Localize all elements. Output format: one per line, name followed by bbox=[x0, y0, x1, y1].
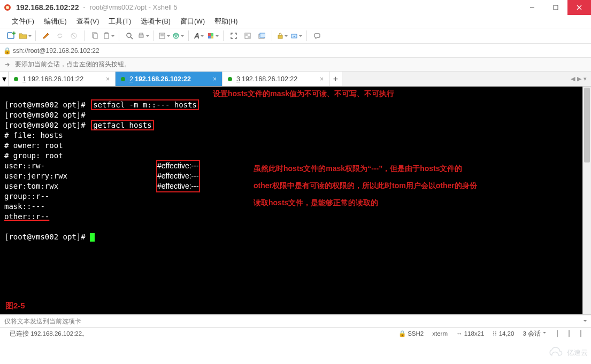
annotation-line: other权限中是有可读的权限的，所以此时tom用户会以other的身份 bbox=[254, 177, 477, 194]
address-url[interactable]: ssh://root@192.168.26.102:22 bbox=[13, 47, 588, 55]
highlight-command-2: getfacl hosts bbox=[91, 120, 154, 130]
status-capslock bbox=[562, 330, 574, 337]
tab-close-icon[interactable]: × bbox=[316, 75, 324, 83]
session-manager-button[interactable]: ▾ bbox=[0, 72, 9, 86]
menu-window[interactable]: 窗口(W) bbox=[176, 16, 209, 28]
open-session-button[interactable] bbox=[18, 29, 32, 43]
output-line: # group: root bbox=[4, 151, 63, 160]
edit-button[interactable] bbox=[39, 29, 53, 43]
svg-rect-32 bbox=[260, 33, 265, 37]
menu-edit[interactable]: 编辑(E) bbox=[40, 16, 71, 28]
svg-rect-25 bbox=[211, 33, 213, 36]
effective-line: #effective:--- bbox=[157, 171, 199, 181]
svg-rect-35 bbox=[314, 34, 320, 37]
svg-rect-27 bbox=[211, 36, 213, 38]
toolbar-separator bbox=[223, 30, 224, 41]
terminal-scrollbar[interactable] bbox=[582, 87, 591, 314]
help-button[interactable] bbox=[310, 29, 324, 43]
tab-nav-left[interactable]: ◀ bbox=[571, 75, 575, 82]
output-line-underlined: other::r-- bbox=[4, 212, 49, 221]
encoding-button[interactable] bbox=[171, 29, 185, 43]
disconnect-button[interactable] bbox=[67, 29, 81, 43]
tab-label: 192.168.26.102:22 bbox=[135, 75, 191, 83]
svg-point-1 bbox=[6, 6, 9, 9]
terminal-pane[interactable]: [root@vms002 opt]# setfacl -m m::--- hos… bbox=[0, 87, 591, 315]
prompt-line: [root@vms002 opt]# bbox=[4, 233, 95, 241]
xftp-button[interactable] bbox=[289, 29, 303, 43]
toolbar-separator bbox=[35, 30, 36, 41]
session-tab-2[interactable]: 2 192.168.26.102:22 × bbox=[116, 72, 222, 86]
paste-button[interactable] bbox=[102, 29, 116, 43]
scrollbar-thumb[interactable] bbox=[584, 88, 590, 162]
print-button[interactable] bbox=[136, 29, 150, 43]
always-on-top-button[interactable] bbox=[255, 29, 268, 43]
new-session-button[interactable] bbox=[4, 29, 18, 43]
toolbar-separator bbox=[188, 30, 189, 41]
close-button[interactable] bbox=[567, 0, 591, 15]
output-line: user:jerry:rwx bbox=[4, 172, 67, 180]
tab-close-icon[interactable]: × bbox=[102, 75, 110, 83]
lock-button[interactable] bbox=[275, 29, 289, 43]
menu-file[interactable]: 文件(F) bbox=[7, 16, 39, 28]
app-icon bbox=[3, 3, 12, 12]
highlight-command-1: setfacl -m m::--- hosts bbox=[91, 99, 199, 110]
svg-rect-29 bbox=[245, 33, 248, 36]
title-ip: 192.168.26.102:22 bbox=[16, 3, 79, 12]
minimize-button[interactable] bbox=[520, 0, 544, 15]
effective-line: #effective:--- bbox=[157, 161, 199, 171]
svg-rect-15 bbox=[105, 33, 108, 34]
tab-nav-dropdown[interactable]: ▾ bbox=[584, 75, 587, 82]
send-bar-text: 仅将文本发送到当前选项卡 bbox=[4, 317, 81, 326]
watermark-icon bbox=[547, 347, 564, 359]
prompt-line: [root@vms002 opt]# setfacl -m m::--- hos… bbox=[4, 100, 199, 109]
tab-label: 192.168.26.102:22 bbox=[242, 75, 297, 83]
colorscheme-button[interactable] bbox=[206, 29, 220, 43]
status-connection: 已连接 192.168.26.102:22。 bbox=[5, 330, 93, 338]
maximize-button[interactable] bbox=[544, 0, 567, 15]
reconnect-button[interactable] bbox=[53, 29, 67, 43]
status-capslock bbox=[574, 330, 586, 337]
session-tab-3[interactable]: 3 192.168.26.102:22 × bbox=[222, 72, 329, 86]
properties-button[interactable] bbox=[157, 29, 171, 43]
hint-arrow-icon[interactable] bbox=[3, 60, 12, 69]
menu-tools[interactable]: 工具(T) bbox=[104, 16, 135, 28]
toolbar: A bbox=[0, 28, 591, 44]
svg-rect-18 bbox=[139, 35, 143, 37]
tab-nav-right[interactable]: ▶ bbox=[577, 75, 581, 82]
svg-rect-33 bbox=[278, 35, 282, 38]
tab-label: 192.168.26.101:22 bbox=[28, 75, 83, 83]
menu-view[interactable]: 查看(V) bbox=[72, 16, 104, 28]
hint-text: 要添加当前会话，点击左侧的箭头按钮。 bbox=[15, 60, 131, 69]
figure-label: 图2-5 bbox=[5, 301, 25, 311]
tab-number: 3 bbox=[236, 75, 240, 83]
session-tab-1[interactable]: 1 192.168.26.101:22 × bbox=[9, 72, 116, 86]
status-capslock bbox=[550, 330, 562, 337]
send-bar[interactable]: 仅将文本发送到当前选项卡 bbox=[0, 315, 591, 328]
status-term: xterm bbox=[428, 330, 452, 337]
output-line: user:tom:rwx bbox=[4, 182, 58, 190]
add-tab-button[interactable]: + bbox=[329, 72, 342, 86]
title-bar: 192.168.26.102:22 - root@vms002:/opt - X… bbox=[0, 0, 591, 15]
copy-button[interactable] bbox=[88, 29, 102, 43]
watermark: 亿速云 bbox=[547, 344, 588, 362]
fullscreen-button[interactable] bbox=[227, 29, 241, 43]
prompt-line: [root@vms002 opt]# bbox=[4, 111, 86, 119]
transparency-button[interactable] bbox=[241, 29, 255, 43]
font-button[interactable]: A bbox=[192, 29, 206, 43]
svg-rect-34 bbox=[291, 34, 297, 38]
svg-rect-3 bbox=[554, 5, 558, 10]
status-dot-icon bbox=[14, 77, 18, 81]
cursor-icon bbox=[90, 233, 95, 242]
status-sessions[interactable]: 3 会话 bbox=[518, 330, 550, 338]
lock-icon: 🔒 bbox=[3, 47, 11, 55]
menu-help[interactable]: 帮助(H) bbox=[210, 16, 242, 28]
find-button[interactable] bbox=[122, 29, 136, 43]
tab-close-icon[interactable]: × bbox=[209, 75, 217, 83]
toolbar-separator bbox=[153, 30, 154, 41]
menu-tabs[interactable]: 选项卡(B) bbox=[136, 16, 175, 28]
status-dot-icon bbox=[121, 77, 125, 81]
annotation-block: 虽然此时hosts文件的mask权限为“---”，但是由于hosts文件的 ot… bbox=[254, 160, 477, 211]
status-size: ↔ 118x21 bbox=[452, 330, 488, 337]
send-mode-dropdown[interactable] bbox=[581, 317, 587, 325]
output-line: user::rw- bbox=[4, 161, 45, 170]
